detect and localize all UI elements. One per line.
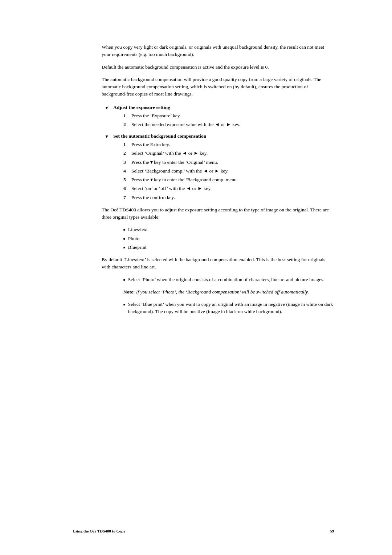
intro-para-3: The automatic background compensation wi… <box>102 76 334 98</box>
section2-step-4: 4 Select ‘Background comp.’ with the ◄ o… <box>123 167 334 175</box>
section2-step-2: 2 Select ‘Original’ with the ◄ or ► key. <box>123 150 334 157</box>
blueprint-bullet-list: ■ Select ‘Blue print’ when you want to c… <box>123 301 334 316</box>
photo-bullet-text: Select ‘Photo’ when the original consist… <box>128 276 334 283</box>
section1-step-1: 1 Press the ‘Exposure’ key. <box>123 112 334 119</box>
section2-header: ▼ Set the automatic background compensat… <box>102 133 334 139</box>
step-text-2-4: Select ‘Background comp.’ with the ◄ or … <box>131 167 334 175</box>
type-lines-text: ■ Lines/text <box>123 226 334 233</box>
step-num-2-2: 2 <box>123 150 131 157</box>
photo-bullet-item: ■ Select ‘Photo’ when the original consi… <box>123 276 334 283</box>
content-area: When you copy very light or dark origina… <box>102 44 334 316</box>
original-types-list: ■ Lines/text ■ Photo ■ Blueprint <box>123 226 334 251</box>
types-intro: The Océ TDS400 allows you to adjust the … <box>102 206 334 221</box>
type-photo: ■ Photo <box>123 235 334 242</box>
section1-steps: 1 Press the ‘Exposure’ key. 2 Select the… <box>123 112 334 129</box>
photo-bullet-list: ■ Select ‘Photo’ when the original consi… <box>123 276 334 283</box>
step-num-2-1: 1 <box>123 141 131 148</box>
step-num-2-7: 7 <box>123 194 131 201</box>
section2-step-7: 7 Press the confirm key. <box>123 194 334 201</box>
bullet-icon-blueprint: ■ <box>123 303 125 307</box>
step-text-1-1: Press the ‘Exposure’ key. <box>131 112 334 119</box>
intro-paragraphs: When you copy very light or dark origina… <box>102 44 334 98</box>
section1-step-2: 2 Select the needed exposure value with … <box>123 121 334 128</box>
step-num-2-6: 6 <box>123 185 131 192</box>
step-text-2-5: Press the ▾ key to enter the ‘Background… <box>131 176 334 183</box>
step-num-1-1: 1 <box>123 112 131 119</box>
bullet-icon-photo: ■ <box>123 278 125 282</box>
intro-para-1: When you copy very light or dark origina… <box>102 44 334 58</box>
blueprint-bullet-text: Select ‘Blue print’ when you want to cop… <box>128 301 334 316</box>
step-text-1-2: Select the needed exposure value with th… <box>131 121 334 128</box>
section1-title: Adjust the exposure setting <box>113 105 170 110</box>
step-num-2-3: 3 <box>123 159 131 166</box>
step-text-2-6: Select ‘on’ or ‘off’ with the ◄ or ► key… <box>131 185 334 192</box>
note-italic-text: If you select ‘Photo’, the ‘Background c… <box>135 289 309 295</box>
type-label-3: Blueprint <box>128 244 334 251</box>
default-text: By default ‘Lines/text’ is selected with… <box>102 256 334 271</box>
footer-page-number: 59 <box>330 529 334 533</box>
type-blueprint: ■ Blueprint <box>123 244 334 251</box>
note-label: Note: <box>123 289 135 295</box>
section2-step-3: 3 Press the ▾ key to enter the ‘Original… <box>123 159 334 166</box>
section1-header: ▼ Adjust the exposure setting <box>102 105 334 111</box>
blueprint-bullet-item: ■ Select ‘Blue print’ when you want to c… <box>123 301 334 316</box>
bullet-icon-3: ■ <box>123 246 125 250</box>
step-num-2-4: 4 <box>123 167 131 175</box>
type-label-2: Photo <box>128 235 334 242</box>
bullet-icon-1: ■ <box>123 228 125 232</box>
step-text-2-7: Press the confirm key. <box>131 194 334 201</box>
section2-step-5: 5 Press the ▾ key to enter the ‘Backgrou… <box>123 176 334 183</box>
triangle-marker-2: ▼ <box>102 134 109 139</box>
footer-left-text: Using the Océ TDS400 to Copy <box>73 529 126 533</box>
footer: Using the Océ TDS400 to Copy 59 <box>0 529 392 533</box>
step-num-2-5: 5 <box>123 176 131 183</box>
section2-step-1: 1 Press the Extra key. <box>123 141 334 148</box>
triangle-marker-1: ▼ <box>102 105 109 111</box>
step-num-1-2: 2 <box>123 121 131 128</box>
bullet-icon-2: ■ <box>123 237 125 241</box>
intro-para-2: Default the automatic background compens… <box>102 64 334 71</box>
section2-step-6: 6 Select ‘on’ or ‘off’ with the ◄ or ► k… <box>123 185 334 192</box>
section2-title: Set the automatic background compensatio… <box>113 133 206 139</box>
step-text-2-3: Press the ▾ key to enter the ‘Original’ … <box>131 159 334 166</box>
page: When you copy very light or dark origina… <box>0 0 392 555</box>
step-text-2-1: Press the Extra key. <box>131 141 334 148</box>
type-label-1: Lines/text <box>128 226 334 233</box>
note-block: Note: If you select ‘Photo’, the ‘Backgr… <box>123 288 334 296</box>
section2-steps: 1 Press the Extra key. 2 Select ‘Origina… <box>123 141 334 201</box>
step-text-2-2: Select ‘Original’ with the ◄ or ► key. <box>131 150 334 157</box>
